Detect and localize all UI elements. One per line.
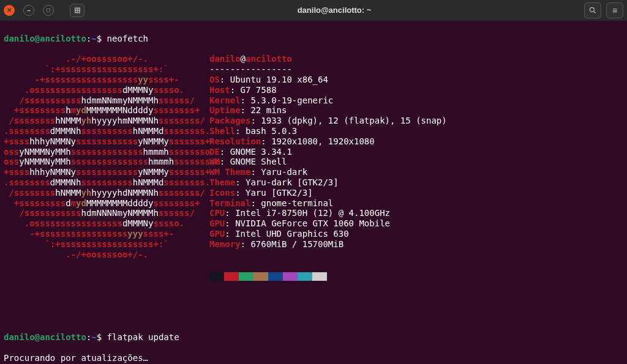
neofetch-line: .osssssssssssssssssdMMMNysssso.GPU: NVID… bbox=[4, 218, 623, 229]
color-swatch bbox=[209, 272, 224, 281]
neofetch-line: /ssssssssssshdmmNNmmyNMMMMhssssss/Kernel… bbox=[4, 95, 623, 106]
neofetch-line: -+sssssssssssssssssyyyssss+-GPU: Intel U… bbox=[4, 229, 623, 239]
neofetch-line: +sssshhhyNMMNyssssssssssssyNMMMysssssss+… bbox=[4, 167, 623, 177]
color-swatch bbox=[268, 272, 283, 281]
titlebar-right: ≡ bbox=[584, 2, 623, 18]
neofetch-line: /sssssssshNMMMyhhyyyyhdNMMMNhssssssss/Ic… bbox=[4, 188, 623, 198]
color-swatch bbox=[239, 272, 253, 281]
svg-line-1 bbox=[594, 12, 596, 13]
neofetch-line: .-/+oossssoo+/-.danilo@ancilotto bbox=[4, 54, 623, 64]
neofetch-line: /ssssssssssshdmNNNNmyNMMMMhssssss/CPU: I… bbox=[4, 208, 623, 218]
window-controls: ✕ ‒ □ ⊞ bbox=[4, 4, 84, 17]
minimize-button[interactable]: ‒ bbox=[23, 5, 34, 16]
color-palette bbox=[209, 272, 623, 281]
neofetch-line: `:+ssssssssssssssssss+:`Memory: 6760MiB … bbox=[4, 239, 623, 250]
neofetch-line: ossyNMMMNyMMhssssssssssssssshmmmhsssssss… bbox=[4, 157, 623, 167]
neofetch-line: ossyNMMMNyMMhsssssssssssssshmmmhssssssso… bbox=[4, 147, 623, 157]
neofetch-line: +sssshhhyNMMNyssssssssssssyNMMMysssssss+… bbox=[4, 136, 623, 147]
neofetch-line: +ssssssssshmydMMMMMMMNddddyssssssss+Upti… bbox=[4, 105, 623, 116]
neofetch-line: -+ssssssssssssssssssyyssss+-OS: Ubuntu 1… bbox=[4, 75, 623, 85]
neofetch-line: .osssssssssssssssssdMMMNysssso.Host: G7 … bbox=[4, 85, 623, 95]
new-tab-button[interactable]: ⊞ bbox=[70, 4, 84, 17]
color-swatch bbox=[253, 272, 268, 281]
svg-point-0 bbox=[590, 7, 594, 12]
neofetch-line: .-/+oossssoo+/-. bbox=[4, 250, 623, 260]
title-bar: ✕ ‒ □ ⊞ danilo@ancilotto: ~ ≡ bbox=[0, 0, 627, 21]
neofetch-line: /sssssssshNMMMyhhyyyyhmNMMMNhssssssss/Pa… bbox=[4, 116, 623, 126]
color-swatch bbox=[283, 272, 298, 281]
command-neofetch: neofetch bbox=[107, 34, 148, 43]
neofetch-line: .ssssssssdMMMNhsssssssssshNMMMdssssssss.… bbox=[4, 177, 623, 188]
close-button[interactable]: ✕ bbox=[4, 5, 15, 16]
neofetch-line: .ssssssssdMMMNhsssssssssshNMMMdssssssss.… bbox=[4, 126, 623, 136]
terminal-output[interactable]: danilo@ancilotto:~$ neofetch .-/+oosssso… bbox=[0, 21, 627, 364]
flatpak-search: Procurando por atualizações… bbox=[4, 353, 623, 363]
color-swatch bbox=[312, 272, 327, 281]
neofetch-line: `:+ssssssssssssssssss+:`---------------- bbox=[4, 64, 623, 75]
search-icon[interactable] bbox=[584, 2, 601, 18]
prompt-line-2: danilo@ancilotto:~$ flatpak update bbox=[4, 332, 623, 343]
menu-icon[interactable]: ≡ bbox=[606, 2, 623, 18]
command-flatpak: flatpak update bbox=[107, 332, 179, 342]
color-swatch bbox=[298, 272, 312, 281]
window-title: danilo@ancilotto: ~ bbox=[84, 6, 584, 15]
prompt-line-1: danilo@ancilotto:~$ neofetch bbox=[4, 34, 623, 44]
neofetch-line: +sssssssssdmydMMMMMMMMddddyssssssss+Term… bbox=[4, 198, 623, 209]
maximize-button[interactable]: □ bbox=[43, 5, 54, 16]
color-swatch bbox=[224, 272, 239, 281]
